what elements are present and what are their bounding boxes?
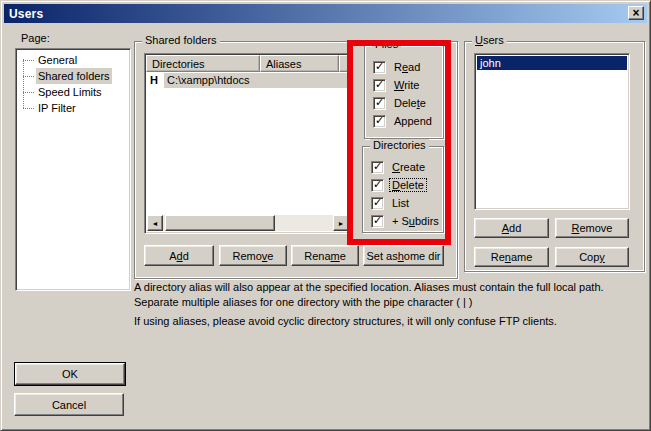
scrollbar-thumb[interactable] [165,215,275,231]
sidebar-item-label: Shared folders [36,68,112,84]
tree-branch-icon [23,60,34,61]
checkbox-label[interactable]: Create [390,161,427,173]
arrow-left-icon: ◄ [152,220,159,227]
directory-row[interactable]: H C:\xampp\htdocs [147,73,349,88]
checkbox-create[interactable]: ✓ Create [371,160,427,174]
checkbox-read[interactable]: ✓ Read [373,60,422,74]
tree-branch-icon [23,108,34,109]
tree-branch-icon [23,76,34,77]
checkbox-checked-icon[interactable]: ✓ [371,215,384,228]
files-group-label: Files [372,38,401,51]
checkbox-subdirs[interactable]: ✓ + Subdirs [371,214,441,228]
directory-path: C:\xampp\htdocs [164,73,349,88]
checkbox-label[interactable]: Read [392,61,422,73]
page-label: Page: [21,31,50,46]
ok-button[interactable]: OK [15,363,125,385]
files-permissions-group: Files ✓ Read ✓ Write ✓ Delete ✓ Append [364,45,444,139]
sidebar-item-label: Speed Limits [36,84,104,100]
sidebar-item-label: General [36,52,79,68]
checkbox-checked-icon[interactable]: ✓ [373,79,386,92]
folder-remove-button[interactable]: Remove [219,245,287,266]
listview-header: Directories Aliases [146,55,350,72]
folder-rename-button[interactable]: Rename [291,245,359,266]
sidebar-item-speed-limits[interactable]: Speed Limits [16,84,130,100]
home-dir-marker: H [150,73,158,88]
arrow-right-icon: ► [338,220,345,227]
folder-add-button[interactable]: Add [144,245,214,266]
directories-listview[interactable]: Directories Aliases H C:\xampp\htdocs ◄ … [144,53,352,234]
users-dialog: Users × Page: General Shared folders Spe… [0,0,651,431]
checkbox-label[interactable]: Append [392,115,434,127]
checkbox-checked-icon[interactable]: ✓ [371,161,384,174]
alias-note-text: A directory alias will also appear at th… [134,280,642,310]
users-group-label: Users [472,34,507,47]
column-header-aliases[interactable]: Aliases [260,55,339,72]
close-icon: × [632,8,639,18]
checkbox-append[interactable]: ✓ Append [373,114,434,128]
checkbox-label[interactable]: Delete [392,97,428,109]
sidebar-item-general[interactable]: General [16,52,130,68]
shared-folders-group-label: Shared folders [142,34,220,47]
user-remove-button[interactable]: Remove [555,218,629,238]
checkbox-delete-file[interactable]: ✓ Delete [373,96,428,110]
checkbox-checked-icon[interactable]: ✓ [371,179,384,192]
checkbox-label[interactable]: + Subdirs [390,215,441,227]
checkbox-label[interactable]: Write [392,79,421,91]
directories-group-label: Directories [370,139,429,152]
checkbox-checked-icon[interactable]: ✓ [373,97,386,110]
checkbox-checked-icon[interactable]: ✓ [373,115,386,128]
sidebar-item-ip-filter[interactable]: IP Filter [16,100,130,116]
tree-branch-icon [23,92,34,93]
page-tree[interactable]: General Shared folders Speed Limits IP F… [15,48,131,291]
directories-permissions-group: Directories ✓ Create ✓ Delete ✓ List ✓ +… [362,146,444,233]
column-header-filler [339,55,350,72]
column-header-directories[interactable]: Directories [146,55,260,72]
checkbox-checked-icon[interactable]: ✓ [373,61,386,74]
user-add-button[interactable]: Add [474,218,549,238]
scroll-left-button[interactable]: ◄ [147,215,163,231]
sidebar-item-shared-folders[interactable]: Shared folders [16,68,130,84]
title-bar[interactable]: Users × [4,4,647,23]
user-rename-button[interactable]: Rename [474,247,549,267]
user-list-item[interactable]: john [477,56,627,70]
user-copy-button[interactable]: Copy [555,247,629,267]
ok-button-frame: OK [14,362,126,386]
sidebar-item-label: IP Filter [36,100,78,116]
users-listbox[interactable]: john [474,53,630,210]
window-title: Users [4,7,43,21]
close-button[interactable]: × [628,6,644,20]
cyclic-note-text: If using aliases, please avoid cyclic di… [134,314,642,329]
scroll-right-button[interactable]: ► [333,215,349,231]
checkbox-checked-icon[interactable]: ✓ [371,197,384,210]
checkbox-delete-dir[interactable]: ✓ Delete [371,178,426,192]
checkbox-list[interactable]: ✓ List [371,196,411,210]
checkbox-label[interactable]: List [390,197,411,209]
set-home-dir-button[interactable]: Set as home dir [363,245,444,266]
horizontal-scrollbar[interactable]: ◄ ► [147,215,349,231]
checkbox-label[interactable]: Delete [390,179,426,191]
cancel-button[interactable]: Cancel [14,393,124,416]
checkbox-write[interactable]: ✓ Write [373,78,421,92]
